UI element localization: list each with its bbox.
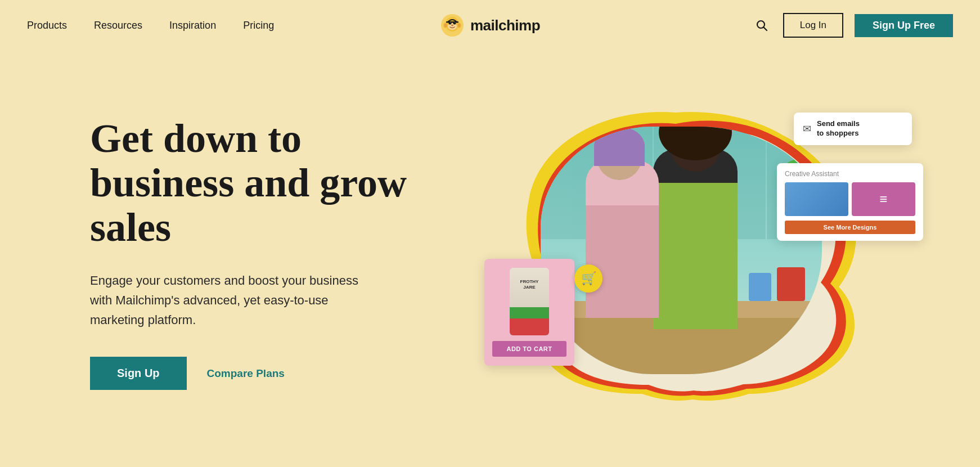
login-button[interactable]: Log In <box>783 13 843 38</box>
nav-resources[interactable]: Resources <box>94 20 142 32</box>
hero-signup-button[interactable]: Sign Up <box>90 357 187 390</box>
nav-right: Log In Sign Up Free <box>752 13 953 38</box>
nav-products[interactable]: Products <box>27 20 67 32</box>
nav-logo[interactable]: mailchimp <box>440 13 540 38</box>
cloud-shape: 🛒 FROTHY JARE ADD TO CART ✉ <box>496 96 878 411</box>
svg-rect-12 <box>446 21 458 23</box>
product-image: FROTHY JARE <box>510 268 549 335</box>
nav-left: Products Resources Inspiration Pricing <box>27 20 274 32</box>
nav-inspiration[interactable]: Inspiration <box>169 20 216 32</box>
creative-assistant-card: Creative Assistant See More Designs <box>777 163 923 241</box>
creative-assistant-title: Creative Assistant <box>785 170 915 178</box>
see-more-designs-button[interactable]: See More Designs <box>785 221 915 234</box>
hero-headline: Get down to business and grow sales <box>90 116 416 250</box>
nav-signup-button[interactable]: Sign Up Free <box>855 14 953 37</box>
search-icon <box>755 19 768 32</box>
email-icon: ✉ <box>803 123 811 135</box>
hero-illustration: 🛒 FROTHY JARE ADD TO CART ✉ <box>450 96 924 411</box>
add-to-cart-button[interactable]: ADD TO CART <box>492 341 567 357</box>
hero-section: Get down to business and grow sales Enga… <box>0 51 980 467</box>
search-button[interactable] <box>752 15 772 35</box>
design-thumb-2 <box>852 182 915 216</box>
product-card: FROTHY JARE ADD TO CART <box>484 259 574 366</box>
design-grid <box>785 182 915 216</box>
send-emails-label: Send emails to shoppers <box>817 119 860 138</box>
cart-icon: 🛒 <box>581 271 596 286</box>
compare-plans-link[interactable]: Compare Plans <box>207 367 285 380</box>
monkey-icon <box>440 13 465 38</box>
brand-name: mailchimp <box>470 17 540 34</box>
design-thumb-1 <box>785 182 848 216</box>
navbar: Products Resources Inspiration Pricing <box>0 0 980 51</box>
svg-point-11 <box>451 25 453 26</box>
hero-subtext: Engage your customers and boost your bus… <box>90 271 383 330</box>
nav-pricing[interactable]: Pricing <box>243 20 274 32</box>
send-emails-card: ✉ Send emails to shoppers <box>794 113 912 145</box>
product-label-text: FROTHY JARE <box>520 279 539 290</box>
svg-point-5 <box>457 24 460 28</box>
cart-badge: 🛒 <box>574 264 603 293</box>
hero-actions: Sign Up Compare Plans <box>90 357 416 390</box>
hero-left: Get down to business and grow sales Enga… <box>90 116 416 390</box>
svg-line-14 <box>763 28 767 31</box>
svg-point-4 <box>444 24 447 28</box>
send-emails-text: Send emails to shoppers <box>817 119 860 138</box>
